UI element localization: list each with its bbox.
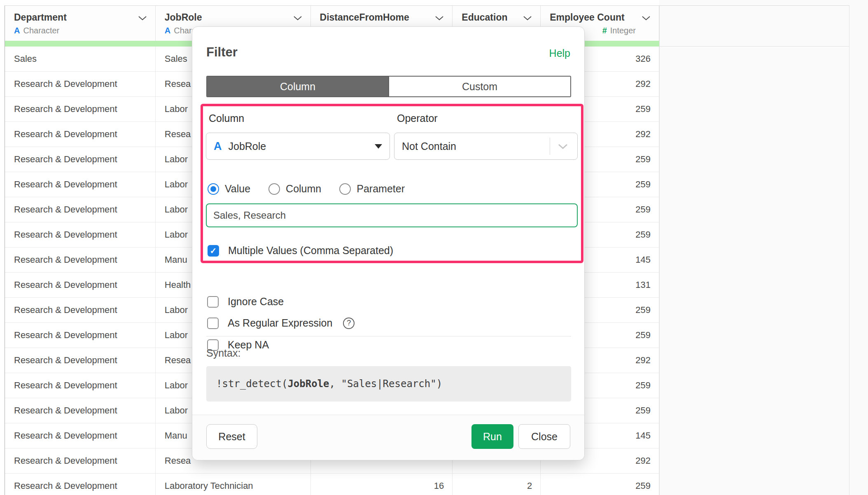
syntax-code: !str_detect(JobRole, "Sales|Research"): [206, 366, 571, 402]
character-type-icon: A: [165, 26, 170, 35]
checkbox-label: Multiple Values (Comma Separated): [228, 245, 393, 257]
table-cell: Laboratory Technician: [156, 474, 311, 495]
chevron-down-icon[interactable]: [642, 15, 651, 22]
table-cell: Research & Development: [5, 474, 156, 495]
filter-value-input[interactable]: [206, 203, 578, 227]
table-row: Research & DevelopmentLaboratory Technic…: [5, 474, 659, 495]
filter-type-tabs: Column Custom: [206, 76, 571, 97]
table-cell: Sales: [5, 47, 156, 71]
table-cell: Research & Development: [5, 147, 156, 172]
table-cell: Research & Development: [5, 197, 156, 222]
ignore-case-checkbox[interactable]: Ignore Case: [207, 296, 284, 308]
table-cell: 2: [453, 474, 541, 495]
table-cell: Research & Development: [5, 348, 156, 373]
table-cell: Research & Development: [5, 248, 156, 272]
column-name: DistanceFromHome: [320, 12, 453, 23]
table-cell: Research & Development: [5, 172, 156, 197]
filter-dialog: Filter Help Column Custom Column Operato…: [192, 26, 585, 460]
column-select-value: JobRole: [229, 140, 266, 152]
checkbox-checked-icon: ✓: [208, 245, 219, 257]
radio-label: Parameter: [357, 183, 405, 195]
highlight-outline: Column Operator A JobRole Not Contain Va…: [201, 104, 583, 263]
caret-down-icon: [375, 144, 382, 149]
column-type-label: Character: [23, 26, 59, 35]
code-prefix: !str_detect(: [216, 378, 287, 390]
regular-expression-checkbox[interactable]: As Regular Expression ?: [207, 317, 355, 329]
column-field-label: Column: [209, 112, 244, 124]
column-type: ACharacter: [14, 26, 155, 35]
table-cell: Research & Development: [5, 373, 156, 398]
close-button[interactable]: Close: [518, 424, 570, 449]
table-cell: Research & Development: [5, 222, 156, 247]
value-source-radios: Value Column Parameter: [208, 183, 405, 195]
table-cell: 16: [311, 474, 453, 495]
integer-type-icon: #: [602, 26, 607, 35]
multiple-values-checkbox[interactable]: ✓ Multiple Values (Comma Separated): [208, 245, 393, 257]
empty-header-cell: [660, 6, 849, 47]
table-cell: Research & Development: [5, 122, 156, 147]
chevron-down-icon[interactable]: [293, 15, 302, 22]
chevron-down-icon[interactable]: [435, 15, 444, 22]
checkbox-unchecked-icon: [207, 318, 219, 329]
chevron-down-icon: [558, 143, 568, 151]
table-cell: Research & Development: [5, 97, 156, 121]
radio-unselected-icon: [268, 183, 280, 195]
empty-side-panel: [659, 5, 849, 495]
operator-field-label: Operator: [397, 112, 438, 124]
table-cell: Research & Development: [5, 423, 156, 448]
chevron-down-icon[interactable]: [138, 15, 147, 22]
table-cell: Research & Development: [5, 323, 156, 348]
radio-column[interactable]: Column: [268, 183, 321, 195]
table-cell: Research & Development: [5, 298, 156, 322]
operator-select[interactable]: Not Contain: [394, 133, 578, 160]
code-column-name: JobRole: [287, 378, 329, 390]
radio-selected-icon: [208, 183, 219, 195]
column-name: Department: [14, 12, 155, 23]
column-header-department[interactable]: Department ACharacter: [5, 6, 156, 41]
operator-select-value: Not Contain: [402, 140, 456, 152]
table-cell: Research & Development: [5, 72, 156, 96]
radio-parameter[interactable]: Parameter: [339, 183, 405, 195]
radio-label: Column: [286, 183, 321, 195]
checkbox-label: Ignore Case: [228, 296, 284, 308]
syntax-label: Syntax:: [206, 347, 240, 359]
checkbox-label: As Regular Expression: [228, 317, 332, 329]
column-select[interactable]: A JobRole: [206, 133, 390, 160]
table-cell: Research & Development: [5, 398, 156, 423]
chevron-down-icon[interactable]: [523, 15, 532, 22]
dialog-title: Filter: [206, 45, 238, 60]
checkbox-unchecked-icon: [207, 296, 219, 308]
radio-unselected-icon: [339, 183, 351, 195]
tab-custom[interactable]: Custom: [388, 77, 570, 96]
tab-column[interactable]: Column: [207, 77, 388, 96]
select-divider: [550, 138, 550, 155]
run-button[interactable]: Run: [471, 424, 513, 449]
table-cell: Research & Development: [5, 273, 156, 297]
help-question-icon[interactable]: ?: [343, 318, 355, 329]
column-type-label: Integer: [610, 26, 636, 35]
code-suffix: , "Sales|Research"): [329, 378, 443, 390]
section-divider: [206, 336, 571, 336]
help-link[interactable]: Help: [549, 47, 570, 59]
column-name: JobRole: [165, 12, 310, 23]
dialog-footer: Reset Run Close: [192, 415, 584, 460]
character-type-icon: A: [214, 140, 222, 153]
table-cell: Research & Development: [5, 448, 156, 473]
character-type-icon: A: [14, 26, 20, 35]
reset-button[interactable]: Reset: [206, 424, 257, 449]
table-cell: 259: [541, 474, 659, 495]
radio-value[interactable]: Value: [208, 183, 250, 195]
radio-label: Value: [225, 183, 250, 195]
